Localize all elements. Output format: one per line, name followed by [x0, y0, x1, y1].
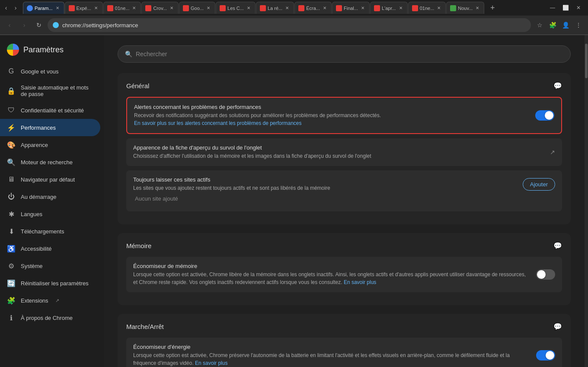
sidebar-item-languages[interactable]: ✱ Langues — [0, 205, 100, 223]
energy-saver-link[interactable]: En savoir plus — [195, 360, 227, 366]
tab-close[interactable]: ✕ — [54, 5, 61, 11]
tab-close[interactable]: ✕ — [205, 5, 211, 11]
memory-section: Mémoire 💬 Économiseur de mémoire Lorsque… — [118, 233, 571, 305]
tab-final[interactable]: Final... ✕ — [332, 2, 370, 14]
tab-favicon — [412, 5, 418, 11]
section-help-icon[interactable]: 💬 — [553, 82, 562, 90]
profile-button[interactable]: 👤 — [559, 19, 572, 31]
sidebar-item-label: Saisie automatique et mots de passe — [21, 84, 93, 97]
tab-close[interactable]: ✕ — [436, 5, 442, 11]
sidebar-item-autofill[interactable]: 🔒 Saisie automatique et mots de passe — [0, 80, 100, 102]
tab-lare[interactable]: La ré... ✕ — [256, 2, 294, 14]
scrollbar-thumb[interactable] — [585, 44, 588, 78]
energy-saver-toggle-track — [536, 350, 555, 361]
tab-close[interactable]: ✕ — [398, 5, 404, 11]
tab-01ne1[interactable]: 01ne... ✕ — [103, 2, 141, 14]
tab-preview-external-icon[interactable]: ↗ — [550, 149, 555, 156]
sidebar-item-downloads[interactable]: ⬇ Téléchargements — [0, 223, 100, 240]
sidebar-item-label: Google et vous — [21, 68, 58, 75]
tab-crov[interactable]: Crov... ✕ — [141, 2, 179, 14]
restore-button[interactable]: ⬜ — [559, 2, 572, 14]
power-help-icon[interactable]: 💬 — [553, 322, 562, 331]
energy-saver-desc: Lorsque cette option est activée, Chrome… — [133, 351, 529, 367]
about-icon: ℹ — [7, 313, 16, 322]
add-site-button[interactable]: Ajouter — [523, 178, 555, 191]
sidebar-item-browser[interactable]: 🖥 Navigateur par défaut — [0, 171, 100, 188]
url-bar[interactable]: chrome://settings/performance — [48, 18, 531, 32]
tab-close[interactable]: ✕ — [284, 5, 290, 11]
sidebar-item-performances[interactable]: ⚡ Performances — [0, 119, 100, 136]
reload-button[interactable]: ↻ — [33, 19, 45, 31]
forward-btn[interactable]: › — [11, 3, 20, 12]
back-button[interactable]: ‹ — [3, 19, 16, 31]
power-section-title: Marche/Arrêt — [126, 323, 164, 330]
sidebar-item-label: Apparence — [21, 142, 48, 148]
tab-nouv[interactable]: Nouv... ✕ — [446, 2, 484, 14]
url-security-icon — [53, 22, 59, 28]
tab-lapr[interactable]: L'apr... ✕ — [370, 2, 408, 14]
tab-favicon — [220, 5, 226, 11]
memory-saver-toggle-thumb — [537, 270, 546, 279]
bookmark-button[interactable]: ☆ — [534, 19, 546, 31]
url-text: chrome://settings/performance — [62, 22, 138, 29]
search-bar[interactable]: 🔍 Rechercher — [118, 45, 571, 63]
always-active-desc: Les sites que vous ajoutez restent toujo… — [133, 184, 523, 192]
tab-favicon — [27, 5, 33, 11]
tab-expe[interactable]: Expé... ✕ — [65, 2, 103, 14]
section-title: Général — [126, 82, 149, 89]
tab-lesc[interactable]: Les C... ✕ — [216, 2, 256, 14]
main-layout: Paramètres G Google et vous 🔒 Saisie aut… — [0, 35, 588, 367]
memory-help-icon[interactable]: 💬 — [553, 242, 562, 250]
tab-close[interactable]: ✕ — [131, 5, 137, 11]
tab-close[interactable]: ✕ — [474, 5, 480, 11]
alerts-toggle-thumb — [545, 111, 553, 120]
sidebar-item-privacy[interactable]: 🛡 Confidentialité et sécurité — [0, 102, 100, 119]
tab-label: 01ne... — [115, 6, 130, 11]
tab-close[interactable]: ✕ — [169, 5, 175, 11]
tab-goo[interactable]: Goo... ✕ — [179, 2, 215, 14]
power-section: Marche/Arrêt 💬 Économiseur d'énergie Lor… — [118, 314, 571, 367]
alerts-setting-row: Alertes concernant les problèmes de perf… — [126, 97, 562, 134]
reset-icon: 🔄 — [7, 279, 16, 287]
new-tab-button[interactable]: + — [486, 2, 499, 14]
tab-favicon — [145, 5, 151, 11]
tab-close[interactable]: ✕ — [322, 5, 328, 11]
memory-saver-text: Économiseur de mémoire Lorsque cette opt… — [133, 263, 529, 286]
scrollbar-track[interactable] — [585, 35, 588, 367]
tab-preview-desc: Choisissez d'afficher l'utilisation de l… — [133, 152, 543, 160]
alerts-learn-more-link[interactable]: En savoir plus sur les alertes concernan… — [134, 120, 302, 126]
forward-button[interactable]: › — [18, 19, 30, 31]
sidebar-item-label: Langues — [21, 211, 42, 217]
search-icon: 🔍 — [125, 51, 132, 57]
tab-01ne2[interactable]: 01ne... ✕ — [408, 2, 446, 14]
memory-saver-link[interactable]: En savoir plus — [344, 279, 376, 285]
close-button[interactable]: ✕ — [572, 2, 585, 14]
sidebar-item-google[interactable]: G Google et vous — [0, 63, 100, 80]
external-link-icon: ↗ — [55, 298, 59, 303]
extension-button[interactable]: 🧩 — [546, 19, 559, 31]
sidebar-item-about[interactable]: ℹ À propos de Chrome — [0, 309, 100, 326]
sidebar-item-extensions[interactable]: 🧩 Extensions ↗ — [0, 292, 100, 309]
no-sites-label: Aucun site ajouté — [133, 192, 555, 205]
tab-ecra[interactable]: Écra... ✕ — [294, 2, 332, 14]
tab-close[interactable]: ✕ — [360, 5, 366, 11]
memory-saver-toggle[interactable] — [536, 269, 555, 280]
tab-params[interactable]: Param... ✕ — [23, 2, 64, 14]
sidebar-item-search[interactable]: 🔍 Moteur de recherche — [0, 153, 100, 171]
sidebar-item-startup[interactable]: ⏻ Au démarrage — [0, 188, 100, 205]
sidebar-item-accessibility[interactable]: ♿ Accessibilité — [0, 240, 100, 257]
alerts-setting-desc: Recevoir des notifications suggérant des… — [134, 112, 528, 127]
tab-close[interactable]: ✕ — [93, 5, 99, 11]
tab-favicon — [374, 5, 380, 11]
alerts-toggle[interactable] — [535, 110, 554, 121]
tab-close[interactable]: ✕ — [246, 5, 252, 11]
sidebar-item-reset[interactable]: 🔄 Réinitialiser les paramètres — [0, 274, 100, 292]
tab-favicon — [69, 5, 75, 11]
menu-button[interactable]: ⋮ — [572, 19, 585, 31]
sidebar-item-appearance[interactable]: 🎨 Apparence — [0, 136, 100, 153]
back-btn[interactable]: ‹ — [2, 3, 10, 12]
energy-saver-toggle[interactable] — [536, 350, 555, 361]
minimize-button[interactable]: — — [546, 2, 559, 14]
extensions-icon: 🧩 — [7, 296, 16, 305]
sidebar-item-system[interactable]: ⚙ Système — [0, 257, 100, 274]
